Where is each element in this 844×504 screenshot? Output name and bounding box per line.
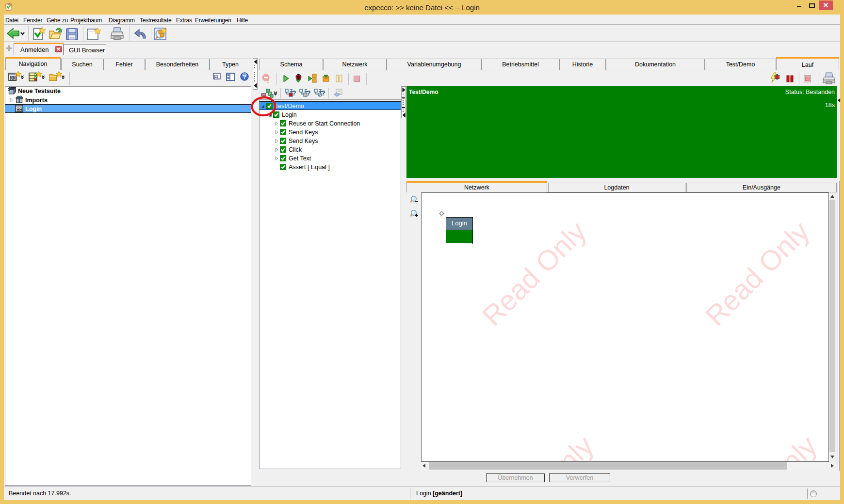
svg-text:?: ? — [243, 74, 246, 80]
